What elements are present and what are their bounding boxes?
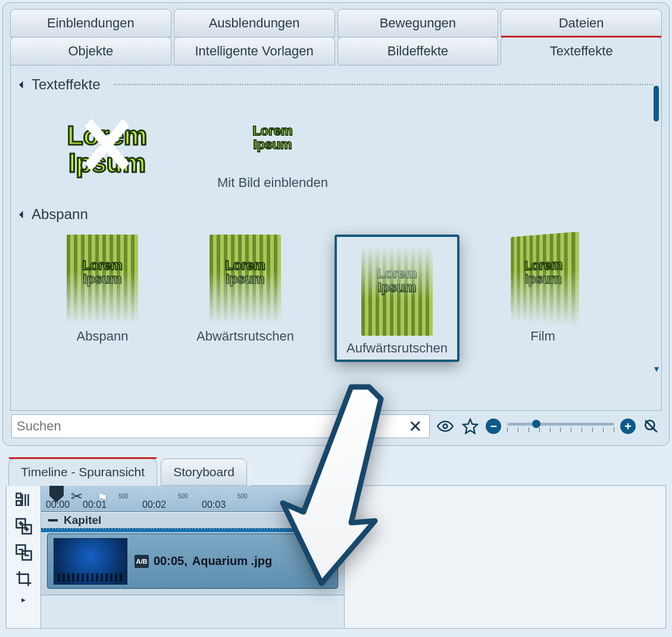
ruler-minor: 500 — [178, 493, 188, 499]
chapter-header[interactable]: Kapitel — [41, 512, 344, 529]
star-icon[interactable] — [461, 417, 480, 436]
thumb-abwaertsrutschen[interactable]: LoremIpsum Abwärtsrutschen — [186, 235, 305, 362]
timeline-toolbar: ▸ — [7, 486, 41, 628]
ruler-minor: 500 — [118, 493, 129, 499]
thumb-label: Abspann — [77, 329, 129, 344]
zoom-in-button[interactable]: + — [620, 419, 636, 434]
eye-icon[interactable] — [436, 417, 455, 436]
zoom-reset-icon[interactable] — [642, 417, 661, 436]
tool-tracks-icon[interactable] — [12, 489, 36, 511]
tab-ausblendungen[interactable]: Ausblendungen — [174, 9, 335, 38]
tab-objekte[interactable]: Objekte — [10, 37, 171, 65]
effects-content: Texteffekte LoremIpsum ✕ LoremIpsum Mit — [10, 65, 662, 411]
effects-browser-panel: Einblendungen Ausblendungen Bewegungen D… — [2, 2, 670, 446]
tool-add-track-icon[interactable] — [12, 516, 36, 537]
tool-crop-icon[interactable] — [12, 568, 36, 589]
timeline-ruler[interactable]: ✂ ⚑ 00:00 00:01 500 00:02 500 00:03 500 — [41, 486, 344, 512]
clip-aquarium[interactable]: A/B 00:05, Aquarium .jpg — [47, 533, 338, 589]
svg-marker-1 — [463, 419, 477, 433]
section-title: Texteffekte — [32, 76, 101, 93]
collapse-triangle-icon[interactable] — [19, 211, 27, 218]
tab-einblendungen[interactable]: Einblendungen — [10, 9, 171, 38]
thumb-label: Aufwärtsrutschen — [346, 341, 448, 356]
tab-row-1: Einblendungen Ausblendungen Bewegungen D… — [10, 9, 662, 38]
chapter-label: Kapitel — [64, 514, 101, 527]
tab-intelligente-vorlagen[interactable]: Intelligente Vorlagen — [174, 37, 335, 65]
clip-filename: Aquarium .jpg — [192, 554, 272, 568]
thumb-aufwaertsrutschen[interactable]: LoremIpsum Aufwärtsrutschen — [335, 235, 460, 362]
search-input[interactable] — [17, 419, 406, 434]
thumb-label: Abwärtsrutschen — [196, 329, 294, 344]
zoom-out-button[interactable]: − — [486, 419, 501, 434]
timeline-body: ▸ ✂ ⚑ 00:00 00:01 500 00:02 500 00:03 50… — [6, 486, 666, 629]
sample-text: LoremIpsum — [377, 267, 417, 294]
tool-remove-track-icon[interactable] — [12, 542, 36, 563]
tab-timeline-spuransicht[interactable]: Timeline - Spuransicht — [8, 458, 157, 486]
zoom-slider[interactable] — [507, 418, 614, 435]
tab-texteffekte[interactable]: Texteffekte — [501, 37, 662, 65]
abspann-thumbs: LoremIpsum Abspann LoremIpsum Abwärtsrut… — [19, 231, 653, 374]
tab-bewegungen[interactable]: Bewegungen — [337, 9, 499, 38]
scissors-icon[interactable]: ✂ — [71, 488, 83, 505]
clip-track[interactable]: A/B 00:05, Aquarium .jpg — [41, 529, 344, 595]
timeline-panel: Timeline - Spuransicht Storyboard ▸ ✂ ⚑ — [6, 458, 666, 629]
ab-icon: A/B — [135, 555, 149, 568]
sample-text: LoremIpsum — [524, 258, 562, 286]
section-header-texteffekte[interactable]: Texteffekte — [19, 76, 653, 93]
section-header-abspann[interactable]: Abspann — [19, 206, 653, 223]
clear-search-icon[interactable]: ✕ — [406, 417, 424, 436]
texteffekte-thumbs: LoremIpsum ✕ LoremIpsum Mit Bild einblen… — [19, 101, 653, 206]
thumb-label: Mit Bild einblenden — [217, 175, 328, 191]
search-field[interactable]: ✕ — [11, 414, 430, 438]
section-title: Abspann — [32, 206, 88, 223]
timeline-tabs: Timeline - Spuransicht Storyboard — [8, 458, 666, 486]
ruler-minor: 500 — [237, 493, 248, 499]
collapse-triangle-icon[interactable] — [19, 81, 27, 89]
tab-bildeffekte[interactable]: Bildeffekte — [337, 37, 499, 65]
clip-info: A/B 00:05, Aquarium .jpg — [135, 554, 272, 568]
ruler-tick: 00:02 — [142, 499, 166, 510]
clip-thumbnail — [54, 538, 127, 585]
collapse-minus-icon[interactable] — [48, 519, 58, 522]
thumb-mit-bild-einblenden[interactable]: LoremIpsum Mit Bild einblenden — [207, 105, 338, 194]
svg-rect-6 — [16, 501, 21, 505]
scrollbar-thumb[interactable] — [654, 86, 659, 121]
thumb-none[interactable]: LoremIpsum ✕ — [30, 105, 185, 194]
tab-dateien[interactable]: Dateien — [501, 9, 662, 38]
timeline-empty-area — [345, 486, 665, 628]
svg-point-0 — [443, 424, 448, 429]
ruler-tick: 00:01 — [83, 499, 107, 510]
scrollbar[interactable]: ▾ — [651, 76, 659, 374]
thumb-abspann[interactable]: LoremIpsum Abspann — [49, 235, 156, 362]
thumb-label: Film — [530, 329, 555, 344]
section-divider — [114, 84, 653, 85]
tab-row-2: Objekte Intelligente Vorlagen Bildeffekt… — [10, 37, 662, 65]
tool-more-icon[interactable]: ▸ — [12, 594, 36, 605]
svg-rect-5 — [16, 494, 21, 498]
sample-text: LoremIpsum — [82, 258, 122, 286]
sample-text: LoremIpsum — [67, 122, 147, 177]
tab-storyboard[interactable]: Storyboard — [161, 458, 247, 486]
ruler-tick: 00:03 — [202, 499, 226, 510]
timeline-main: ✂ ⚑ 00:00 00:01 500 00:02 500 00:03 500 … — [41, 486, 345, 628]
sample-text: LoremIpsum — [225, 258, 265, 286]
search-toolbar: ✕ − + — [10, 414, 662, 438]
zoom-slider-knob[interactable] — [532, 420, 540, 428]
sample-text: LoremIpsum — [252, 124, 292, 151]
ruler-tick: 00:00 — [46, 499, 70, 510]
scrollbar-down-icon[interactable]: ▾ — [654, 363, 659, 374]
thumb-film[interactable]: LoremIpsum Film — [489, 235, 596, 362]
clip-duration: 00:05, — [154, 554, 187, 568]
